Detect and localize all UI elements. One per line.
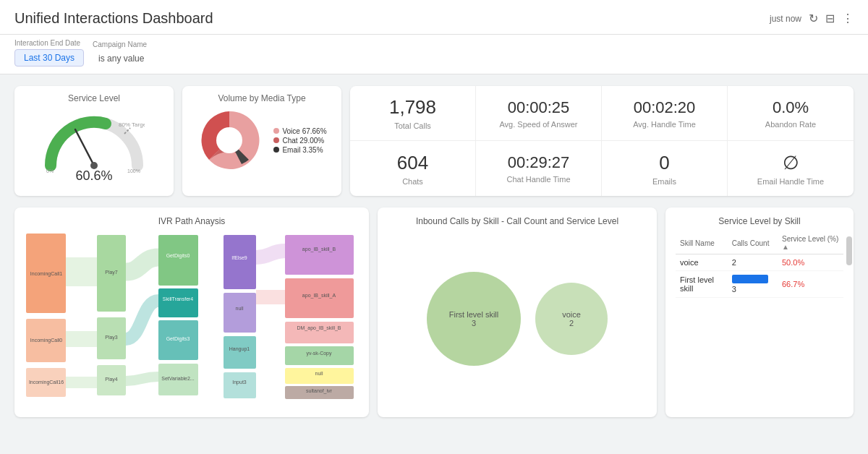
emails-value: 0	[659, 152, 669, 174]
volume-card: Volume by Media Type	[182, 86, 341, 196]
bubble-first-level: First level skill 3	[427, 272, 521, 366]
refresh-icon[interactable]: ↻	[809, 12, 818, 25]
gauge-chart: 80% Target 0% 100%	[43, 108, 145, 166]
svg-rect-27	[224, 235, 256, 289]
ivr-title: IVR Path Anaysis	[25, 216, 359, 226]
voice-dot	[273, 128, 279, 134]
header: Unified Interactions Dashboard just now …	[0, 0, 868, 35]
avg-speed-cell: 00:00:25 Avg. Speed of Answer	[476, 86, 602, 141]
service-skill-title: Service Level by Skill	[676, 216, 843, 226]
svg-text:Play4: Play4	[105, 377, 118, 382]
legend-chat: Chat 29.00%	[273, 137, 326, 145]
svg-text:Hangup1: Hangup1	[229, 346, 250, 352]
sort-icon: ▲	[782, 243, 789, 251]
svg-rect-29	[224, 336, 256, 369]
bubble-first-label: First level skill	[449, 310, 498, 319]
avg-speed-value: 00:00:25	[508, 98, 570, 117]
svg-text:Input3: Input3	[232, 380, 247, 385]
col-skill-name[interactable]: Skill Name	[676, 232, 728, 254]
date-filter-button[interactable]: Last 30 Days	[14, 49, 84, 67]
ivr-card: IVR Path Anaysis IncomingCall1 IncomingC…	[14, 207, 369, 417]
svg-text:GetDigits3: GetDigits3	[166, 336, 190, 342]
svg-text:0%: 0%	[46, 168, 54, 173]
email-legend-label: Email 3.35%	[282, 146, 323, 154]
avg-handle-label: Avg. Handle Time	[633, 120, 696, 129]
svg-text:null: null	[315, 371, 323, 376]
pie-legend: Voice 67.66% Chat 29.00% Email 3.35%	[273, 127, 326, 154]
inbound-card: Inbound Calls by Skill - Call Count and …	[378, 207, 657, 417]
svg-text:SkillTransfer4: SkillTransfer4	[163, 296, 194, 301]
email-handle-label: Email Handle Time	[757, 177, 824, 186]
table-header-row: Skill Name Calls Count Service Level (%)…	[676, 232, 843, 254]
emails-label: Emails	[652, 177, 676, 186]
charts-row: IVR Path Anaysis IncomingCall1 IncomingC…	[14, 207, 854, 417]
skill-table: Skill Name Calls Count Service Level (%)…	[676, 232, 843, 298]
filter-icon[interactable]: ⊟	[825, 12, 835, 25]
svg-point-5	[90, 162, 98, 169]
chat-legend-label: Chat 29.00%	[282, 137, 324, 145]
email-dot	[273, 147, 279, 153]
metrics-row: Service Level 80% Target 0% 100%	[14, 86, 854, 196]
sankey-svg: IncomingCall1 IncomingCall0 IncomingCall…	[25, 232, 359, 406]
skill-name-cell: voice	[676, 254, 728, 271]
svg-rect-28	[224, 293, 256, 333]
svg-text:yv-sk-Copy: yv-sk-Copy	[306, 351, 332, 356]
svg-text:apo_IB_skill_B: apo_IB_skill_B	[302, 247, 336, 252]
campaign-name-filter: Campaign Name is any value	[93, 40, 150, 67]
svg-text:IncomingCall16: IncomingCall16	[29, 380, 64, 385]
bubble-chart: First level skill 3 voice 2	[388, 232, 647, 406]
svg-rect-20	[158, 288, 198, 317]
email-handle-cell: ∅ Email Handle Time	[728, 141, 854, 196]
interaction-end-date-label: Interaction End Date	[14, 39, 84, 47]
svg-text:80% Target: 80% Target	[119, 121, 145, 128]
svg-text:IfElse9: IfElse9	[231, 255, 247, 260]
abandon-rate-cell: 0.0% Abandon Rate	[728, 86, 854, 141]
svg-text:SetVariable2...: SetVariable2...	[161, 376, 194, 381]
page-title: Unified Interactions Dashboard	[14, 10, 213, 27]
voice-legend-label: Voice 67.66%	[282, 127, 326, 135]
campaign-name-label: Campaign Name	[93, 40, 150, 48]
col-service-level[interactable]: Service Level (%) ▲	[778, 232, 843, 254]
chats-cell: 604 Chats	[350, 141, 476, 196]
legend-voice: Voice 67.66%	[273, 127, 326, 135]
svg-rect-35	[285, 235, 354, 275]
volume-title: Volume by Media Type	[218, 93, 305, 103]
calls-count-cell: 2	[728, 254, 778, 271]
chat-handle-label: Chat Handle Time	[506, 175, 570, 184]
svg-text:Play3: Play3	[105, 335, 118, 340]
service-level-cell: 50.0%	[778, 254, 843, 271]
chats-value: 604	[397, 152, 428, 174]
skill-name-cell: First level skill	[676, 271, 728, 298]
skill-table-scroll[interactable]: Skill Name Calls Count Service Level (%)…	[676, 232, 843, 298]
svg-rect-36	[285, 278, 354, 318]
col-calls-count[interactable]: Calls Count	[728, 232, 778, 254]
total-calls-value: 1,798	[389, 96, 436, 119]
scrollbar[interactable]	[846, 236, 852, 265]
pie-chart	[197, 108, 262, 173]
svg-text:DM_apo_IB_skill_B: DM_apo_IB_skill_B	[297, 325, 341, 331]
campaign-value: is any value	[93, 51, 150, 67]
service-level-title: Service Level	[68, 93, 120, 103]
calls-count-cell: 3	[728, 271, 778, 298]
main-content: Service Level 80% Target 0% 100%	[0, 74, 868, 429]
table-row: voice 2 50.0%	[676, 254, 843, 271]
svg-text:sultanof_ivr: sultanof_ivr	[306, 388, 332, 394]
svg-text:null: null	[236, 306, 244, 311]
chat-handle-value: 00:29:27	[508, 153, 570, 172]
svg-rect-30	[224, 372, 256, 398]
inbound-title: Inbound Calls by Skill - Call Count and …	[388, 216, 647, 226]
ivr-sankey-chart: IncomingCall1 IncomingCall0 IncomingCall…	[25, 232, 359, 406]
email-handle-value: ∅	[783, 152, 799, 174]
filters-bar: Interaction End Date Last 30 Days Campai…	[0, 35, 868, 74]
more-icon[interactable]: ⋮	[842, 12, 854, 25]
svg-text:apo_IB_skill_A: apo_IB_skill_A	[302, 293, 336, 299]
avg-handle-cell: 00:02:20 Avg. Handle Time	[602, 86, 728, 141]
abandon-rate-value: 0.0%	[773, 98, 809, 117]
svg-text:100%: 100%	[127, 168, 140, 173]
abandon-rate-label: Abandon Rate	[765, 120, 816, 129]
interaction-end-date-filter: Interaction End Date Last 30 Days	[14, 39, 84, 67]
calls-bar	[732, 275, 768, 283]
header-actions: just now ↻ ⊟ ⋮	[770, 12, 854, 25]
metrics-grid: 1,798 Total Calls 00:00:25 Avg. Speed of…	[350, 86, 854, 196]
svg-text:Play7: Play7	[105, 270, 118, 275]
